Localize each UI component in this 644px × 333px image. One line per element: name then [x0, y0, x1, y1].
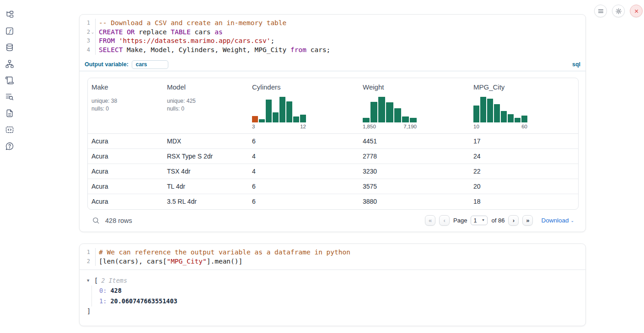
column-header-cylinders[interactable]: Cylinders312 [248, 78, 359, 133]
scratchpad-icon[interactable] [5, 76, 14, 85]
hist-bar [370, 102, 377, 122]
table-cell[interactable]: 22 [470, 168, 578, 175]
column-header-weight[interactable]: Weight1,8507,190 [359, 78, 470, 133]
table-cell[interactable]: 24 [470, 153, 578, 160]
hist-bar [410, 118, 417, 122]
hist-bar [286, 101, 292, 122]
column-header-mpg_city[interactable]: MPG_City1060 [470, 78, 578, 133]
sql-cell-toolbar: Output variable: sql [80, 58, 585, 71]
fold-chevron-icon[interactable]: ⌄ [90, 28, 95, 37]
shutdown-button[interactable] [630, 5, 643, 17]
table-cell[interactable]: TL 4dr [163, 183, 248, 190]
table-cell[interactable]: 6 [248, 137, 359, 145]
download-button[interactable]: Download ⌄ [541, 217, 574, 224]
table-row[interactable]: AcuraTL 4dr6357520 [88, 179, 578, 194]
histogram-mpg_city[interactable]: 1060 [473, 97, 527, 129]
logs-icon[interactable] [5, 92, 14, 101]
table-cell[interactable]: 4 [248, 168, 359, 175]
table-cell[interactable]: 3880 [359, 198, 470, 205]
tree-collapse-chevron-icon[interactable]: ▼ [87, 278, 92, 283]
output-variable-input[interactable] [132, 60, 168, 69]
table-cell[interactable]: 3.5 RL 4dr [163, 198, 248, 205]
hist-axis-labels: 1060 [473, 124, 527, 129]
tree-root: ▼ [ 2 Items [87, 277, 578, 284]
table-cell[interactable]: 4 [248, 153, 359, 160]
settings-button[interactable] [612, 5, 625, 17]
table-cell[interactable]: TSX 4dr [163, 168, 248, 175]
pagination: « ‹ Page 1 ▼ of 86 › » Download ⌄ [425, 215, 574, 226]
language-badge: sql [572, 61, 580, 68]
table-row[interactable]: Acura3.5 RL 4dr6388018 [88, 194, 578, 209]
table-cell[interactable]: Acura [88, 168, 163, 175]
hist-bar [279, 97, 285, 122]
hist-bar [473, 106, 479, 122]
table-cell[interactable]: Acura [88, 153, 163, 160]
table-header-row: Makeunique: 38nulls: 0Modelunique: 425nu… [88, 78, 578, 134]
table-cell[interactable]: 3230 [359, 168, 470, 175]
table-footer: 428 rows « ‹ Page 1 ▼ of 86 › » Download… [87, 211, 578, 230]
table-cell[interactable]: 18 [470, 198, 578, 205]
table-cell[interactable]: MDX [163, 137, 248, 145]
database-icon[interactable] [5, 43, 14, 52]
tree-entry-value: 20.060747663551403 [107, 297, 177, 305]
tree-open-bracket: [ [94, 277, 98, 284]
column-nulls-stat: nulls: 0 [167, 106, 245, 112]
hist-bar [293, 116, 299, 122]
column-header-model[interactable]: Modelunique: 425nulls: 0 [163, 78, 248, 133]
tree-items-count: 2 Items [101, 277, 127, 284]
hist-bar [394, 108, 401, 122]
line-number: 4 [80, 46, 90, 55]
chevron-down-icon: ⌄ [570, 218, 574, 223]
sql-code-editor[interactable]: 1-- Download a CSV and create an in-memo… [80, 15, 585, 58]
table-row[interactable]: AcuraRSX Type S 2dr4277824 [88, 149, 578, 164]
histogram-cylinders[interactable]: 312 [252, 97, 306, 129]
hist-bar [378, 97, 385, 122]
first-page-button[interactable]: « [425, 215, 435, 226]
table-cell[interactable]: RSX Type S 2dr [163, 153, 248, 160]
hist-bar [521, 116, 527, 122]
page-select[interactable]: 1 ▼ [471, 216, 488, 225]
hist-bar [273, 112, 279, 122]
table-row[interactable]: AcuraMDX6445117 [88, 134, 578, 149]
menu-button[interactable] [594, 5, 607, 17]
last-page-button[interactable]: » [522, 215, 533, 226]
file-tree-icon[interactable] [5, 10, 14, 19]
sidebar: ƒ [5, 10, 16, 151]
table-row[interactable]: AcuraTSX 4dr4323022 [88, 164, 578, 179]
hamburger-icon [597, 8, 604, 15]
hist-bar [515, 118, 521, 122]
hist-bar [501, 111, 507, 122]
sql-cell: 1-- Download a CSV and create an in-memo… [79, 14, 586, 232]
tree-entry: 1: 20.060747663551403 [99, 296, 578, 307]
documentation-icon[interactable] [5, 109, 14, 118]
prev-page-button[interactable]: ‹ [439, 215, 450, 226]
snippets-icon[interactable] [5, 125, 14, 134]
output-variable-label: Output variable: [85, 61, 129, 68]
table-cell[interactable]: Acura [88, 137, 163, 145]
tree-entry-key: 0: [99, 287, 107, 294]
hist-bar [402, 116, 409, 122]
histogram-weight[interactable]: 1,8507,190 [363, 97, 417, 129]
column-title: Model [167, 83, 245, 91]
chat-help-icon[interactable] [5, 142, 14, 151]
next-page-button[interactable]: › [508, 215, 519, 226]
table-cell[interactable]: 2778 [359, 153, 470, 160]
table-cell[interactable]: Acura [88, 198, 163, 205]
table-cell[interactable]: Acura [88, 183, 163, 190]
search-button[interactable] [91, 216, 100, 225]
python-code-editor[interactable]: 1# We can reference the output variable … [80, 244, 585, 270]
tree-entry-key: 1: [99, 297, 107, 305]
function-icon[interactable]: ƒ [5, 26, 14, 36]
dependency-graph-icon[interactable] [5, 59, 14, 69]
python-cell: 1# We can reference the output variable … [79, 243, 586, 326]
tree-entry: 0: 428 [99, 285, 578, 296]
table-cell[interactable]: 17 [470, 137, 578, 145]
table-cell[interactable]: 6 [248, 183, 359, 190]
line-number: 1 [80, 19, 90, 28]
table-cell[interactable]: 4451 [359, 137, 470, 145]
table-cell[interactable]: 3575 [359, 183, 470, 190]
table-cell[interactable]: 6 [248, 198, 359, 205]
table-cell[interactable]: 20 [470, 183, 578, 190]
column-header-make[interactable]: Makeunique: 38nulls: 0 [88, 78, 163, 133]
tree-close-bracket: ] [87, 307, 578, 316]
